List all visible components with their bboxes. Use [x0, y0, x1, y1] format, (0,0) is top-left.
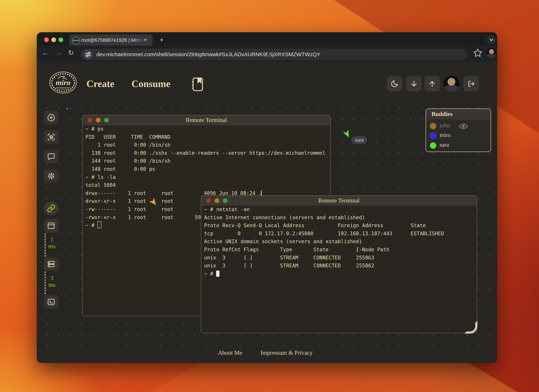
buddies-title: Buddies — [426, 109, 491, 119]
buddy-name: miro — [440, 132, 451, 138]
browser-profile-avatar[interactable] — [486, 48, 496, 58]
window-zoom-button[interactable] — [58, 38, 63, 42]
session-canvas[interactable]: ✦ — [37, 101, 497, 348]
window-minimize-button[interactable] — [51, 38, 56, 42]
settings-button[interactable] — [44, 169, 58, 183]
watching-eye-icon[interactable] — [458, 123, 468, 129]
site-page: miro Create Consume ✦ — [37, 62, 497, 363]
terminal-line: 148 root 0:00 ps — [85, 165, 330, 173]
terminal-line: tcp 0 0 172.17.0.2:45080 192.168.13.187:… — [204, 230, 476, 238]
buddy-row[interactable]: john — [426, 121, 491, 131]
tab-title: root@6758687e1928 | Michae — [81, 38, 144, 43]
terminal-titlebar[interactable]: Remote Terminal — [82, 115, 330, 125]
terminal-line: total 5804 — [85, 181, 330, 189]
browser-latency-node[interactable] — [44, 219, 58, 232]
terminal-icon — [47, 298, 55, 306]
terminal-cursor-block — [216, 271, 219, 277]
download-button[interactable] — [406, 76, 422, 92]
buddy-color-dot — [430, 142, 437, 149]
tab-close-icon[interactable]: × — [142, 37, 149, 43]
buddy-name: john — [440, 122, 450, 129]
buddy-color-dot — [430, 123, 437, 130]
shell-node[interactable] — [44, 295, 58, 309]
url-text[interactable]: dev.michaelrommel.com/shell/session/2lnb… — [96, 51, 320, 58]
latency-value-2: 3ms — [44, 275, 60, 288]
remote-user-caret — [261, 190, 262, 196]
footer-about-link[interactable]: About Me — [218, 349, 242, 356]
terminal-titlebar[interactable]: Remote Terminal — [201, 196, 477, 206]
site-favicon: miro — [72, 37, 80, 44]
terminal-output[interactable]: ~ # netstat -an Active Internet connecti… — [204, 206, 476, 333]
new-tab-button[interactable]: + — [158, 36, 165, 44]
window-close-button[interactable] — [44, 38, 49, 42]
terminal-line: unix 3 [ ] STREAM CONNECTED 255863 — [204, 254, 476, 262]
terminal-line: ~ # netstat -an — [204, 206, 476, 214]
arrow-down-icon — [410, 80, 418, 88]
nav-create[interactable]: Create — [87, 78, 114, 89]
site-logo[interactable]: miro — [49, 71, 77, 94]
terminal-prompt: ~ # — [204, 270, 476, 278]
site-info-icon[interactable] — [83, 50, 93, 59]
logout-icon — [467, 80, 475, 88]
remote-cursor-icon — [149, 198, 158, 207]
share-link-button[interactable] — [44, 201, 58, 216]
link-icon — [47, 204, 55, 213]
terminal-window-2[interactable]: Remote Terminal ~ # netstat -an Active I… — [201, 195, 477, 333]
back-button[interactable]: ← — [41, 48, 51, 58]
buddy-name: sara — [440, 141, 449, 148]
terminal-line: 144 root 0:00 /bin/sh — [85, 157, 330, 165]
sara-cursor-icon — [343, 130, 351, 139]
chat-button[interactable] — [44, 150, 58, 163]
upload-button[interactable] — [424, 76, 440, 92]
terminal-line: Active Internet connections (servers and… — [204, 214, 476, 222]
browser-window: miro root@6758687e1928 | Michae × + ← → … — [37, 32, 497, 363]
browser-tab-strip: miro root@6758687e1928 | Michae × + — [37, 32, 497, 46]
server-icon — [47, 260, 55, 268]
moon-icon — [390, 80, 399, 88]
gear-icon — [47, 172, 55, 180]
tab-search-chevron-icon[interactable] — [487, 35, 496, 44]
window-icon — [47, 222, 55, 230]
terminal-line: Proto RefCnt Flags Type State I-Node Pat… — [204, 246, 476, 254]
bookmark-star-icon[interactable] — [473, 48, 483, 58]
terminal-cursor-hollow — [97, 221, 101, 228]
buddies-panel: Buddies john miro sara — [425, 108, 491, 152]
logout-button[interactable] — [463, 76, 479, 92]
scan-layout-icon — [47, 133, 55, 141]
footer-impressum-link[interactable]: Impressum & Privacy — [260, 349, 313, 356]
buddy-color-dot — [430, 132, 437, 139]
plus-circle-icon — [47, 113, 55, 122]
user-avatar[interactable] — [443, 76, 460, 92]
buddy-row[interactable]: miro — [426, 131, 491, 140]
terminal-title: Remote Terminal — [82, 117, 330, 123]
nav-consume[interactable]: Consume — [131, 78, 170, 89]
reload-button[interactable]: ↻ — [66, 48, 76, 58]
terminal-line: ~ # ls -la — [85, 173, 330, 181]
terminal-line: 1 root 0:00 /bin/sh — [85, 141, 330, 149]
buddy-row[interactable]: sara — [426, 140, 491, 150]
terminal-line: PID USER TIME COMMAND — [85, 133, 330, 141]
terminal-line: Active UNIX domain sockets (servers and … — [204, 238, 476, 246]
browser-toolbar: ← → ↻ dev.michaelrommel.com/shell/sessio… — [37, 46, 497, 62]
chat-bubble-icon — [47, 152, 55, 161]
server-latency-node[interactable] — [44, 257, 58, 271]
latency-value-1: 1ms — [44, 236, 60, 250]
journal-icon[interactable] — [191, 77, 204, 92]
forward-button[interactable]: → — [53, 48, 64, 58]
remote-pointer-spark: ✦ — [65, 106, 69, 111]
browser-tab[interactable]: miro root@6758687e1928 | Michae × — [69, 34, 153, 46]
svg-text:miro: miro — [56, 78, 70, 87]
terminal-title: Remote Terminal — [201, 197, 477, 204]
theme-toggle-button[interactable] — [387, 76, 402, 92]
arrow-up-icon — [428, 80, 436, 88]
arrange-windows-button[interactable] — [44, 130, 58, 144]
terminal-line: unix 3 [ ] STREAM CONNECTED 255862 — [204, 262, 476, 270]
sara-cursor-label: sara — [351, 136, 367, 144]
terminal-line: 138 root 0:00 ./sshx --enable-readers --… — [85, 149, 330, 157]
terminal-line: Proto Recv-Q Send-Q Local Address Foreig… — [204, 222, 476, 230]
terminal-line: ~ # ps — [85, 125, 330, 133]
create-terminal-button[interactable] — [44, 111, 58, 125]
address-bar[interactable]: dev.michaelrommel.com/shell/session/2lnb… — [81, 49, 467, 60]
